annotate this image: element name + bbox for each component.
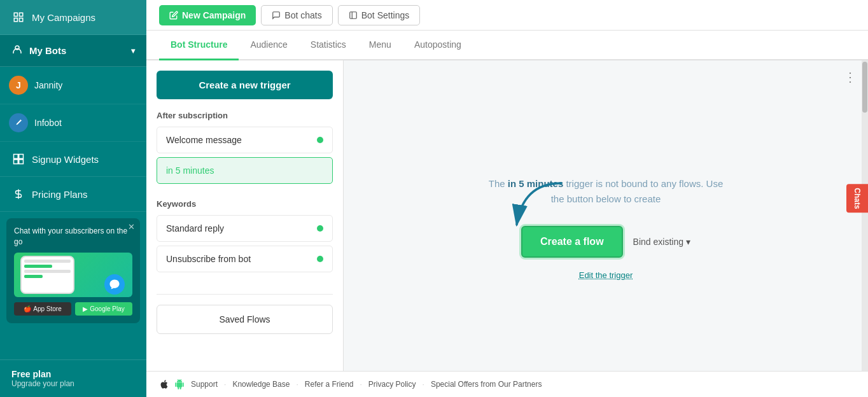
arrow-icon	[504, 177, 580, 240]
pricing-label: Pricing Plans	[32, 189, 88, 200]
active-dot	[317, 225, 323, 232]
footer-support[interactable]: Support	[191, 380, 218, 389]
svg-rect-0	[14, 13, 17, 16]
unsubscribe-trigger[interactable]: Unsubscribe from bot	[157, 246, 333, 272]
sidebar: My Campaigns My Bots ▾ J Jannity Infobot…	[0, 0, 146, 397]
svg-rect-7	[14, 160, 18, 164]
in5minutes-trigger[interactable]: in 5 minutes	[157, 157, 333, 184]
flow-prompt: The in 5 minutes trigger is not bound to…	[344, 85, 868, 371]
footer-refer[interactable]: Refer a Friend	[305, 380, 354, 389]
phone-mockup	[20, 256, 74, 294]
svg-rect-3	[20, 18, 23, 22]
new-campaign-button[interactable]: New Campaign	[159, 5, 256, 25]
divider	[157, 294, 333, 295]
create-trigger-button[interactable]: Create a new trigger	[157, 71, 333, 99]
campaigns-icon	[11, 10, 25, 24]
infobot-label: Infobot	[34, 118, 62, 128]
topbar: New Campaign Bot chats Bot Settings	[146, 0, 868, 31]
footer-special-offers[interactable]: Special Offers from Our Partners	[431, 380, 542, 389]
sidebar-item-pricing[interactable]: Pricing Plans	[0, 177, 146, 212]
after-subscription-title: After subscription	[157, 111, 333, 120]
active-dot	[317, 137, 323, 143]
content-area: Create a new trigger After subscription …	[146, 60, 868, 371]
bot-chats-button[interactable]: Bot chats	[261, 5, 332, 25]
svg-rect-9	[349, 11, 356, 18]
right-panel: ⋮ The in 5 minutes trigger is not bound …	[344, 60, 868, 371]
chevron-down-icon: ▾	[131, 46, 135, 55]
chat-bubble-icon	[104, 274, 125, 295]
after-subscription-list: Welcome message in 5 minutes	[157, 127, 333, 188]
chats-tab[interactable]: Chats	[846, 184, 868, 212]
tab-autoposting[interactable]: Autoposting	[403, 31, 473, 60]
sidebar-item-jannity[interactable]: J Jannity	[0, 67, 146, 104]
left-panel: Create a new trigger After subscription …	[146, 60, 344, 371]
store-buttons: 🍎 App Store ▶ Google Play	[14, 302, 132, 316]
chevron-down-icon: ▾	[686, 237, 690, 247]
svg-rect-5	[14, 155, 18, 159]
pricing-icon	[11, 187, 25, 201]
upgrade-link[interactable]: Upgrade your plan	[11, 379, 135, 388]
settings-icon	[349, 11, 358, 20]
bind-existing-button[interactable]: Bind existing ▾	[633, 237, 690, 247]
scrollbar-track[interactable]	[862, 60, 868, 371]
svg-rect-2	[14, 18, 17, 22]
bot-settings-button[interactable]: Bot Settings	[338, 5, 421, 25]
campaigns-label: My Campaigns	[32, 12, 95, 23]
footer-privacy[interactable]: Privacy Policy	[368, 380, 416, 389]
saved-flows-button[interactable]: Saved Flows	[157, 305, 333, 334]
plan-name: Free plan	[11, 369, 135, 379]
sidebar-item-mybots[interactable]: My Bots ▾	[0, 35, 146, 67]
app-store-button[interactable]: 🍎 App Store	[14, 302, 71, 316]
tab-bot-structure[interactable]: Bot Structure	[159, 31, 239, 60]
widgets-icon	[11, 152, 25, 166]
promo-image	[14, 253, 132, 297]
nav-tabs: Bot Structure Audience Statistics Menu A…	[146, 31, 868, 60]
more-options-button[interactable]: ⋮	[844, 69, 858, 85]
svg-rect-8	[19, 160, 24, 164]
sidebar-item-campaigns[interactable]: My Campaigns	[0, 0, 146, 35]
scrollbar-thumb[interactable]	[862, 62, 867, 113]
active-dot	[317, 256, 323, 262]
welcome-message-trigger[interactable]: Welcome message	[157, 127, 333, 153]
keywords-title: Keywords	[157, 199, 333, 209]
mybots-label: My Bots	[29, 45, 66, 56]
keywords-list: Standard reply Unsubscribe from bot	[157, 215, 333, 276]
svg-rect-6	[19, 155, 24, 159]
tab-statistics[interactable]: Statistics	[299, 31, 358, 60]
chats-label[interactable]: Chats	[846, 184, 868, 212]
footer-logos	[159, 379, 185, 389]
sidebar-item-signup-widgets[interactable]: Signup Widgets	[0, 142, 146, 177]
google-play-button[interactable]: ▶ Google Play	[75, 302, 132, 316]
edit-icon	[169, 11, 178, 20]
apple-footer-icon	[159, 379, 169, 389]
signup-widgets-label: Signup Widgets	[32, 154, 99, 165]
main-area: New Campaign Bot chats Bot Settings Bot …	[146, 0, 868, 397]
avatar-infobot	[9, 113, 28, 132]
avatar-jannity: J	[9, 76, 28, 95]
standard-reply-trigger[interactable]: Standard reply	[157, 215, 333, 242]
apple-icon: 🍎	[24, 305, 31, 312]
edit-trigger-link[interactable]: Edit the trigger	[579, 270, 633, 280]
footer: Support · Knowledge Base · Refer a Frien…	[146, 371, 868, 397]
promo-text: Chat with your subscribers on the go	[14, 226, 132, 247]
promo-close-button[interactable]: ✕	[128, 222, 135, 232]
bots-icon	[11, 44, 23, 57]
sidebar-bottom: Free plan Upgrade your plan	[0, 359, 146, 397]
svg-rect-1	[20, 13, 23, 16]
tab-menu[interactable]: Menu	[358, 31, 403, 60]
google-play-icon: ▶	[83, 305, 88, 312]
right-panel-header: ⋮	[344, 60, 868, 85]
footer-knowledge[interactable]: Knowledge Base	[232, 380, 290, 389]
sidebar-item-infobot[interactable]: Infobot	[0, 104, 146, 142]
jannity-label: Jannity	[34, 80, 62, 90]
android-footer-icon	[174, 379, 185, 389]
chat-icon	[272, 11, 281, 20]
tab-audience[interactable]: Audience	[239, 31, 298, 60]
promo-box: ✕ Chat with your subscribers on the go 🍎…	[6, 218, 140, 323]
